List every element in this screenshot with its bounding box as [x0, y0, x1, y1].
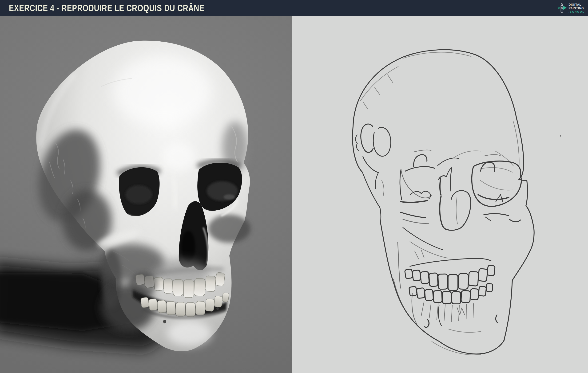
skull-render-panel — [0, 16, 292, 373]
logo-word-painting: PAINTING — [568, 7, 585, 10]
page-title: EXERCICE 4 - REPRODUIRE LE CROQUIS DU CR… — [9, 3, 204, 13]
stylus-pencil-icon — [557, 2, 567, 14]
logo-word-digital: DIGITAL — [568, 3, 585, 6]
skull-sketch-panel — [292, 16, 588, 373]
logo: DIGITAL PAINTING .SCHOOL — [557, 2, 585, 14]
content-area — [0, 16, 588, 373]
logo-text: DIGITAL PAINTING .SCHOOL — [568, 3, 585, 13]
exercise-slide: EXERCICE 4 - REPRODUIRE LE CROQUIS DU CR… — [0, 0, 588, 373]
header-bar: EXERCICE 4 - REPRODUIRE LE CROQUIS DU CR… — [0, 0, 588, 16]
stray-dot — [560, 135, 561, 137]
logo-word-school: .SCHOOL — [568, 10, 585, 13]
skull-sketch-graphic — [292, 16, 588, 373]
skull-render-graphic — [0, 16, 292, 373]
